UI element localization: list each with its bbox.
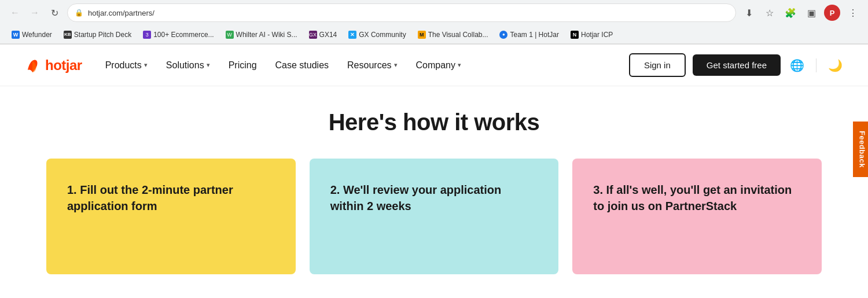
step-card-1-text: 1. Fill out the 2-minute partner applica… (67, 182, 275, 214)
header-actions: Sign in Get started free 🌐 🌙 (629, 53, 845, 77)
language-button[interactable]: 🌐 (788, 56, 807, 75)
profile-button[interactable]: P (824, 5, 840, 21)
back-button[interactable]: ← (7, 5, 23, 21)
feedback-tab[interactable]: Feedback (854, 122, 868, 177)
nav-pricing[interactable]: Pricing (229, 60, 257, 71)
main-content: Here's how it works 1. Fill out the 2-mi… (0, 86, 868, 297)
sign-in-button[interactable]: Sign in (629, 53, 686, 77)
bookmark-label-visual-collab: The Visual Collab... (428, 31, 488, 39)
get-started-button[interactable]: Get started free (693, 54, 781, 76)
step-card-1: 1. Fill out the 2-minute partner applica… (46, 159, 296, 274)
nav-solutions-chevron: ▾ (207, 61, 210, 69)
bookmark-label-startup-pitch: Startup Pitch Deck (74, 31, 131, 39)
lock-icon: 🔒 (75, 9, 83, 17)
logo-icon (23, 56, 42, 75)
browser-chrome: ← → ↻ 🔒 hotjar.com/partners/ ⬇ ☆ 🧩 ▣ P ⋮… (0, 0, 868, 45)
bookmark-icon-hotjar-icp: N (571, 31, 579, 39)
bookmark-button[interactable]: ☆ (762, 5, 778, 21)
extensions-button[interactable]: 🧩 (782, 5, 799, 21)
bookmark-visual-collab[interactable]: M The Visual Collab... (413, 29, 493, 41)
nav-pricing-label: Pricing (229, 60, 257, 71)
bookmark-icon-ecommerce: 3 (143, 31, 151, 39)
bookmark-gx14[interactable]: GX GX14 (304, 29, 342, 41)
address-bar[interactable]: 🔒 hotjar.com/partners/ (67, 3, 736, 22)
bookmark-label-gx14: GX14 (319, 31, 337, 39)
forward-button[interactable]: → (27, 5, 43, 21)
bookmark-hotjar-icp[interactable]: N Hotjar ICP (566, 29, 617, 41)
bookmarks-bar: W Wefunder KB Startup Pitch Deck 3 100+ … (0, 25, 868, 44)
cards-grid: 1. Fill out the 2-minute partner applica… (46, 159, 822, 274)
bookmark-icon-wefunder: W (12, 31, 20, 39)
nav-company-chevron: ▾ (458, 61, 461, 69)
bookmark-icon-team1-hotjar: ● (499, 31, 507, 39)
browser-toolbar: ← → ↻ 🔒 hotjar.com/partners/ ⬇ ☆ 🧩 ▣ P ⋮ (0, 0, 868, 25)
step-card-3: 3. If all's well, you'll get an invitati… (572, 159, 822, 274)
nav-solutions[interactable]: Solutions ▾ (166, 60, 210, 71)
nav-buttons: ← → ↻ (7, 5, 62, 21)
bookmark-gx-community[interactable]: ✕ GX Community (344, 29, 410, 41)
bookmark-startup-pitch[interactable]: KB Startup Pitch Deck (59, 29, 136, 41)
bookmark-label-team1-hotjar: Team 1 | HotJar (510, 31, 558, 39)
browser-actions: ⬇ ☆ 🧩 ▣ P ⋮ (741, 5, 861, 21)
site-header: hotjar Products ▾ Solutions ▾ Pricing Ca… (0, 45, 868, 86)
nav-resources-chevron: ▾ (394, 61, 398, 69)
step-card-2: 2. We'll review your application within … (310, 159, 559, 274)
nav-case-studies-label: Case studies (275, 60, 329, 71)
nav-products-label: Products (105, 60, 142, 71)
step-card-3-text: 3. If all's well, you'll get an invitati… (593, 182, 801, 214)
section-title: Here's how it works (46, 109, 822, 135)
nav-solutions-label: Solutions (166, 60, 204, 71)
bookmark-label-ecommerce: 100+ Ecommerce... (153, 31, 214, 39)
bookmark-icon-whilter: W (226, 31, 234, 39)
dark-mode-button[interactable]: 🌙 (826, 56, 845, 75)
menu-button[interactable]: ⋮ (845, 5, 861, 21)
nav-case-studies[interactable]: Case studies (275, 60, 329, 71)
bookmark-label-gx-community: GX Community (359, 31, 406, 39)
bookmark-icon-gx-community: ✕ (348, 31, 356, 39)
nav-company[interactable]: Company ▾ (416, 60, 461, 71)
bookmark-ecommerce[interactable]: 3 100+ Ecommerce... (138, 29, 218, 41)
bookmark-icon-startup-pitch: KB (64, 31, 72, 39)
bookmark-label-whilter: Whilter AI - Wiki S... (236, 31, 297, 39)
nav-company-label: Company (416, 60, 455, 71)
url-text: hotjar.com/partners/ (88, 9, 155, 17)
sidebar-button[interactable]: ▣ (803, 5, 819, 21)
nav-resources-label: Resources (347, 60, 391, 71)
bookmark-label-wefunder: Wefunder (22, 31, 52, 39)
nav-products[interactable]: Products ▾ (105, 60, 148, 71)
site-logo[interactable]: hotjar (23, 56, 82, 75)
logo-text: hotjar (45, 57, 82, 73)
nav-products-chevron: ▾ (144, 61, 148, 69)
header-divider (816, 58, 816, 72)
download-button[interactable]: ⬇ (741, 5, 757, 21)
nav-resources[interactable]: Resources ▾ (347, 60, 397, 71)
reload-button[interactable]: ↻ (46, 5, 62, 21)
site-nav: Products ▾ Solutions ▾ Pricing Case stud… (105, 60, 629, 71)
bookmark-icon-gx14: GX (309, 31, 317, 39)
bookmark-whilter[interactable]: W Whilter AI - Wiki S... (221, 29, 302, 41)
bookmark-label-hotjar-icp: Hotjar ICP (581, 31, 613, 39)
step-card-2-text: 2. We'll review your application within … (330, 182, 538, 214)
bookmark-icon-visual-collab: M (418, 31, 426, 39)
bookmark-wefunder[interactable]: W Wefunder (7, 29, 57, 41)
bookmark-team1-hotjar[interactable]: ● Team 1 | HotJar (495, 29, 563, 41)
